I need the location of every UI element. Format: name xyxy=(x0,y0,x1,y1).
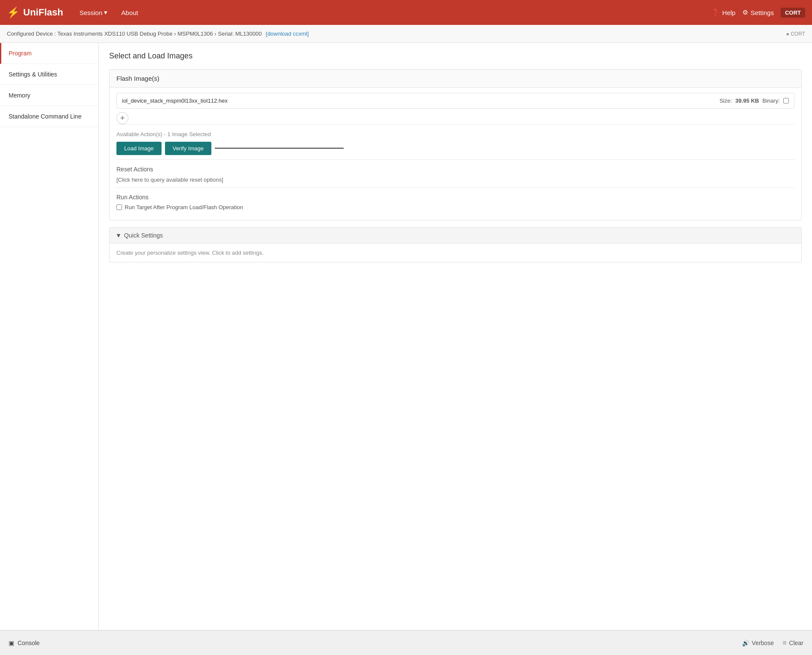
content-area: Select and Load Images Flash Image(s) io… xyxy=(99,43,812,630)
sidebar-item-program[interactable]: Program xyxy=(0,43,98,64)
quick-settings-section: ▼ Quick Settings Create your personalize… xyxy=(109,227,802,262)
flash-image-filename: iol_device_stack_mspm0l13xx_tiol112.hex xyxy=(122,97,228,104)
page-title: Select and Load Images xyxy=(109,52,802,61)
flash-image-row: iol_device_stack_mspm0l13xx_tiol112.hex … xyxy=(116,93,794,109)
flash-image-meta: Size: 39.95 KB Binary: xyxy=(720,97,789,104)
verbose-label: Verbose xyxy=(752,640,774,646)
binary-label: Binary: xyxy=(763,97,780,104)
verify-image-button[interactable]: Verify Image xyxy=(165,142,211,155)
run-target-text: Run Target After Program Load/Flash Oper… xyxy=(125,204,243,210)
load-image-button[interactable]: Load Image xyxy=(116,142,162,155)
help-button[interactable]: ❓ Help xyxy=(711,9,736,16)
size-label: Size: xyxy=(720,97,732,104)
quick-settings-body: Create your personalize settings view. C… xyxy=(110,244,801,262)
sidebar-standalone-label: Standalone Command Line xyxy=(9,113,82,120)
tooltip-line xyxy=(215,148,344,149)
session-chevron: ▾ xyxy=(104,9,107,16)
sidebar-settings-label: Settings & Utilities xyxy=(9,71,57,78)
bolt-icon: ⚡ xyxy=(7,6,20,18)
reset-options-link[interactable]: [Click here to query available reset opt… xyxy=(116,177,223,183)
console-actions: 🔊 Verbose ≡ Clear xyxy=(742,639,803,647)
config-separator1: › xyxy=(174,30,176,37)
add-image-button[interactable]: + xyxy=(116,112,128,124)
navbar-menu: Session ▾ About xyxy=(73,5,144,20)
app-brand[interactable]: ⚡ UniFlash xyxy=(7,6,63,18)
sidebar-memory-label: Memory xyxy=(9,92,31,99)
available-actions-section: Available Action(s) - 1 Image Selected L… xyxy=(116,124,794,159)
flash-section-header: Flash Image(s) xyxy=(110,70,801,88)
quick-settings-header[interactable]: ▼ Quick Settings xyxy=(110,228,801,244)
chevron-down-icon: ▼ xyxy=(116,232,122,239)
action-buttons: Load Image Verify Image xyxy=(116,142,794,155)
actions-selected: - 1 Image Selected xyxy=(164,131,211,137)
config-device-separator0: : xyxy=(55,30,58,37)
help-icon: ❓ xyxy=(711,9,720,16)
session-label: Session xyxy=(79,9,102,16)
clear-label: Clear xyxy=(789,640,803,646)
run-actions-section: Run Actions Run Target After Program Loa… xyxy=(116,187,794,215)
console-toggle[interactable]: ▣ Console xyxy=(9,640,40,646)
navbar: ⚡ UniFlash Session ▾ About ❓ Help ⚙ Sett… xyxy=(0,0,812,25)
clear-button[interactable]: ≡ Clear xyxy=(782,639,803,647)
config-device-info: Configured Device : Texas Instruments XD… xyxy=(7,30,309,37)
cort-right: ● CORT xyxy=(786,31,805,37)
console-bar: ▣ Console 🔊 Verbose ≡ Clear xyxy=(0,630,812,655)
settings-button[interactable]: ⚙ Settings xyxy=(742,9,774,16)
console-label: Console xyxy=(18,640,40,646)
quick-settings-title: Quick Settings xyxy=(124,232,163,239)
main-layout: Program Settings & Utilities Memory Stan… xyxy=(0,43,812,630)
config-device-name: Texas Instruments XDS110 USB Debug Probe xyxy=(58,30,173,37)
config-device2: MSPM0L1306 xyxy=(177,30,213,37)
verbose-icon: 🔊 xyxy=(742,640,749,646)
sidebar-item-settings-utilities[interactable]: Settings & Utilities xyxy=(0,64,98,85)
config-serial: Serial: ML130000 xyxy=(218,30,262,37)
binary-checkbox[interactable] xyxy=(783,98,789,104)
about-label: About xyxy=(121,9,138,16)
app-name: UniFlash xyxy=(23,7,63,18)
about-menu[interactable]: About xyxy=(115,6,144,20)
actions-title: Available Action(s) xyxy=(116,131,162,137)
clear-icon: ≡ xyxy=(782,639,786,647)
config-bar: Configured Device : Texas Instruments XD… xyxy=(0,25,812,43)
sidebar-program-label: Program xyxy=(9,50,32,57)
settings-label: Settings xyxy=(751,9,774,16)
run-target-label[interactable]: Run Target After Program Load/Flash Oper… xyxy=(116,204,794,210)
sidebar-item-memory[interactable]: Memory xyxy=(0,85,98,106)
actions-label: Available Action(s) - 1 Image Selected xyxy=(116,131,794,137)
run-target-checkbox[interactable] xyxy=(116,204,122,210)
verify-image-wrap: Verify Image xyxy=(165,142,215,155)
config-device-label: Configured Device xyxy=(7,30,53,37)
flash-images-section: Flash Image(s) iol_device_stack_mspm0l13… xyxy=(109,69,802,220)
help-label: Help xyxy=(722,9,736,16)
gear-icon: ⚙ xyxy=(742,9,748,16)
plus-icon: + xyxy=(120,114,125,123)
cort-badge[interactable]: CORT xyxy=(781,8,805,18)
sidebar: Program Settings & Utilities Memory Stan… xyxy=(0,43,99,630)
reset-label: Reset Actions xyxy=(116,166,794,173)
quick-settings-text: Create your personalize settings view. C… xyxy=(116,250,264,256)
sidebar-item-standalone[interactable]: Standalone Command Line xyxy=(0,106,98,127)
size-value: 39.95 KB xyxy=(736,97,759,104)
navbar-right: ❓ Help ⚙ Settings CORT xyxy=(711,8,805,18)
flash-section-body: iol_device_stack_mspm0l13xx_tiol112.hex … xyxy=(110,88,801,220)
session-menu[interactable]: Session ▾ xyxy=(73,5,113,20)
config-separator2: › xyxy=(214,30,216,37)
run-label: Run Actions xyxy=(116,194,794,201)
verbose-button[interactable]: 🔊 Verbose xyxy=(742,640,774,646)
cort-label: CORT xyxy=(785,9,801,16)
terminal-icon: ▣ xyxy=(9,640,14,646)
navbar-left: ⚡ UniFlash Session ▾ About xyxy=(7,5,144,20)
download-ccxml-link[interactable]: [download ccxml] xyxy=(266,30,309,37)
reset-actions-section: Reset Actions [Click here to query avail… xyxy=(116,159,794,187)
